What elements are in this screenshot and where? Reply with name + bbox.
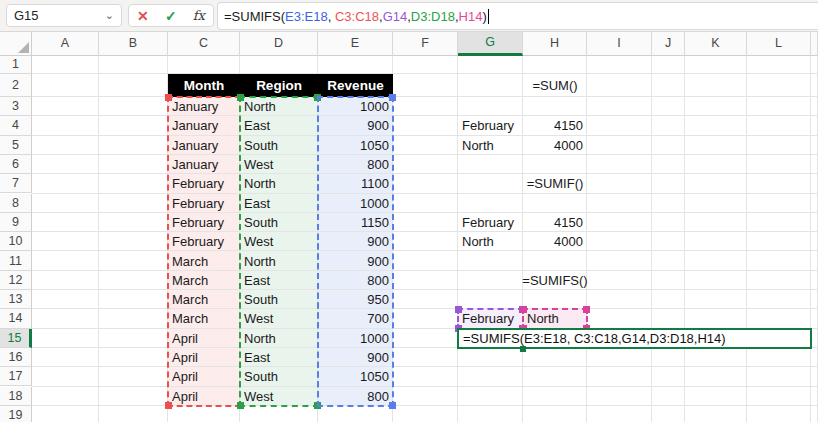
cell-H5[interactable]: 4000 [523,136,587,155]
chevron-down-icon[interactable]: ⌄ [105,10,114,21]
cell-E16[interactable]: 900 [318,348,393,367]
row-header-12[interactable]: 12 [0,271,32,290]
cell-C14[interactable]: March [168,309,240,328]
column-header-F[interactable]: F [393,32,458,56]
cell-C5[interactable]: January [168,136,240,155]
column-header-G[interactable]: G [458,32,523,56]
row-header-18[interactable]: 18 [0,387,32,406]
row-header-15[interactable]: 15 [0,329,32,348]
cell-C8[interactable]: February [168,194,240,213]
insert-function-icon[interactable]: fx [193,8,205,23]
cell-C16[interactable]: April [168,348,240,367]
cell-E18[interactable]: 800 [318,387,393,406]
column-header-C[interactable]: C [168,32,240,56]
cell-E13[interactable]: 950 [318,290,393,309]
cell-E14[interactable]: 700 [318,309,393,328]
cell-E11[interactable]: 900 [318,251,393,270]
select-all-corner[interactable] [0,32,32,56]
column-header-E[interactable]: E [318,32,393,56]
column-header-A[interactable]: A [32,32,99,56]
row-header-9[interactable]: 9 [0,213,32,232]
cell-C12[interactable]: March [168,271,240,290]
row-header-10[interactable]: 10 [0,232,32,251]
cell-G10[interactable]: North [458,232,523,251]
cell-C6[interactable]: January [168,155,240,174]
cell-E9[interactable]: 1150 [318,213,393,232]
fill-handle[interactable] [520,346,526,352]
cell-H12[interactable]: =SUMIFS() [523,271,587,290]
cell-E10[interactable]: 900 [318,232,393,251]
cell-E8[interactable]: 1000 [318,194,393,213]
row-header-4[interactable]: 4 [0,116,32,135]
column-header-B[interactable]: B [99,32,168,56]
row-header-1[interactable]: 1 [0,56,32,75]
row-header-5[interactable]: 5 [0,136,32,155]
formula-input[interactable]: =SUMIFS(E3:E18, C3:C18,G14,D3:D18,H14) [217,2,818,30]
column-header-I[interactable]: I [587,32,652,56]
cell-G14[interactable]: February [458,309,523,328]
cell-E4[interactable]: 900 [318,116,393,135]
column-header-H[interactable]: H [523,32,587,56]
cell-D18[interactable]: West [240,387,318,406]
column-header-J[interactable]: J [652,32,685,56]
cell-E3[interactable]: 1000 [318,97,393,116]
cell-C3[interactable]: January [168,97,240,116]
cell-C4[interactable]: January [168,116,240,135]
cell-H9[interactable]: 4150 [523,213,587,232]
cell-D8[interactable]: East [240,194,318,213]
row-header-16[interactable]: 16 [0,348,32,367]
row-header-3[interactable]: 3 [0,97,32,116]
row-header-7[interactable]: 7 [0,174,32,193]
cell-G5[interactable]: North [458,136,523,155]
row-header-2[interactable]: 2 [0,74,32,97]
cancel-icon[interactable]: ✕ [137,8,149,24]
cell-E17[interactable]: 1050 [318,367,393,386]
cell-E5[interactable]: 1050 [318,136,393,155]
cell-E15[interactable]: 1000 [318,329,393,348]
row-header-14[interactable]: 14 [0,309,32,328]
cell-E12[interactable]: 800 [318,271,393,290]
spreadsheet-grid[interactable]: ABCDEFGHIJKL1234567891011121314151617181… [0,32,818,422]
cell-D3[interactable]: North [240,97,318,116]
cell-C7[interactable]: February [168,174,240,193]
cell-G4[interactable]: February [458,116,523,135]
cell-C9[interactable]: February [168,213,240,232]
cell-D17[interactable]: South [240,367,318,386]
cell-D13[interactable]: South [240,290,318,309]
column-header-L[interactable]: L [747,32,811,56]
cell-G9[interactable]: February [458,213,523,232]
cell-D14[interactable]: West [240,309,318,328]
row-header-17[interactable]: 17 [0,367,32,386]
row-header-6[interactable]: 6 [0,155,32,174]
enter-icon[interactable]: ✓ [165,8,177,24]
column-header-partial[interactable] [811,32,818,56]
cell-C17[interactable]: April [168,367,240,386]
cell-C18[interactable]: April [168,387,240,406]
cell-C10[interactable]: February [168,232,240,251]
row-header-8[interactable]: 8 [0,194,32,213]
cell-C15[interactable]: April [168,329,240,348]
cell-D7[interactable]: North [240,174,318,193]
cell-E7[interactable]: 1100 [318,174,393,193]
cell-D15[interactable]: North [240,329,318,348]
cell-H7[interactable]: =SUMIF() [523,174,587,193]
cell-D11[interactable]: North [240,251,318,270]
name-box[interactable]: G15 ⌄ [6,4,122,27]
cell-D16[interactable]: East [240,348,318,367]
cell-H2[interactable]: =SUM() [523,74,587,97]
cell-H10[interactable]: 4000 [523,232,587,251]
cell-D5[interactable]: South [240,136,318,155]
cell-C13[interactable]: March [168,290,240,309]
column-header-D[interactable]: D [240,32,318,56]
row-header-19[interactable]: 19 [0,406,32,422]
cell-D4[interactable]: East [240,116,318,135]
cell-E6[interactable]: 800 [318,155,393,174]
cell-D6[interactable]: West [240,155,318,174]
cell-D10[interactable]: West [240,232,318,251]
cell-D12[interactable]: East [240,271,318,290]
cell-H4[interactable]: 4150 [523,116,587,135]
row-header-13[interactable]: 13 [0,290,32,309]
cell-D9[interactable]: South [240,213,318,232]
active-cell-editor[interactable]: =SUMIFS(E3:E18, C3:C18,G14,D3:D18,H14) [457,328,812,349]
cell-H14[interactable]: North [523,309,587,328]
